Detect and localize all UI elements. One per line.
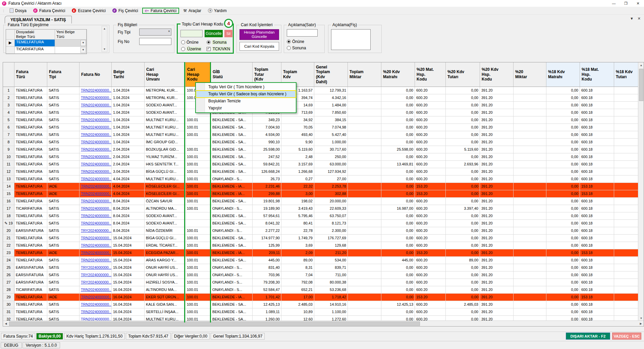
menu-fis-cevirici[interactable]: F Fiş Çevirici — [110, 8, 141, 14]
cell-turu[interactable]: TEMELFATURA — [14, 146, 47, 153]
cell-turu[interactable]: TEMELFATURA — [14, 183, 47, 190]
cell-unvan[interactable]: ALTINORDU MA... — [145, 205, 185, 212]
cell-kh20[interactable]: 391.20 — [480, 308, 514, 316]
cell-genel[interactable]: 53.236,68 — [314, 286, 348, 294]
cell-mik20[interactable] — [514, 176, 546, 183]
radio-checked-icon[interactable] — [287, 40, 291, 44]
cell-h20[interactable]: 600.20 — [415, 124, 446, 131]
invoice-link[interactable]: TRN2024000000... — [79, 220, 112, 227]
cell-statu[interactable]: BEKLEMEDE - SA... — [211, 146, 253, 153]
cell-mik20[interactable] — [514, 264, 546, 271]
cell-turu[interactable]: TEMELFATURA — [14, 168, 47, 176]
cell-miktar[interactable] — [348, 242, 381, 249]
cell-h20[interactable]: 600.20 — [415, 161, 446, 168]
menu-dosya[interactable]: Dosya — [7, 8, 29, 14]
cell-tutar[interactable]: 4.934,00 — [253, 131, 281, 139]
cell-kh20[interactable]: 391.20 — [480, 286, 514, 294]
invoice-link[interactable]: TRN2024000000... — [79, 131, 112, 139]
cell-m20[interactable]: 25.598,00 — [381, 146, 415, 153]
cell-genel[interactable]: 5.427,40 — [314, 131, 348, 139]
cell-tipi[interactable]: SATIS — [47, 205, 79, 212]
cell-h18[interactable]: 600.18 — [580, 257, 614, 264]
cell-mik20[interactable] — [514, 124, 546, 131]
cell-tutar[interactable]: 52.584,47 — [253, 286, 281, 294]
cell-m18[interactable]: 0,00 — [546, 176, 580, 183]
radio-checked-icon[interactable] — [207, 40, 211, 44]
cell-h20[interactable]: 600.20 — [415, 308, 446, 316]
invoice-link[interactable]: TRN2024000000... — [79, 235, 112, 242]
cell-genel[interactable]: 176.727,69 — [314, 235, 348, 242]
column-header-kh20[interactable]: %20 Kdv Hsp. Kodu — [480, 62, 514, 87]
cell-kdv[interactable]: 8,31 — [281, 264, 314, 271]
sil-button[interactable]: Sil — [224, 30, 232, 37]
cell-mik20[interactable] — [514, 212, 546, 220]
cell-m18[interactable]: 0,00 — [546, 271, 580, 279]
mapping-cell-belge-turu[interactable]: TICARIFATURA — [15, 47, 55, 54]
cell-tipi[interactable]: SATIS — [47, 257, 79, 264]
cell-kh20[interactable]: 391.20 — [480, 205, 514, 212]
horizontal-scroll-thumb[interactable] — [9, 321, 420, 326]
cell-mik20[interactable] — [514, 161, 546, 168]
cell-genel[interactable]: 1.484,00 — [314, 102, 348, 109]
cell-mik20[interactable] — [514, 131, 546, 139]
cell-t20[interactable]: 0,00 — [446, 109, 480, 116]
cell-t20[interactable]: 0,00 — [446, 279, 480, 286]
cell-tutar[interactable]: 26,73 — [253, 176, 281, 183]
cell-kodu[interactable]: 100.01 — [185, 308, 211, 316]
aciklama-satir-input[interactable] — [287, 29, 318, 37]
mapping-cell-yeni-turu-combo[interactable]: ▼ — [55, 40, 87, 47]
cell-h20[interactable]: 600.20 — [415, 235, 446, 242]
cell-m20[interactable]: 0,00 — [381, 131, 415, 139]
column-header-miktar[interactable]: Toplam Miktar — [348, 62, 381, 87]
cell-n[interactable]: 31 — [3, 308, 14, 316]
cell-n[interactable]: 28 — [3, 286, 14, 294]
cell-tutar[interactable]: 7.004,93 — [253, 124, 281, 131]
cell-turu[interactable]: TEMELFATURA — [14, 131, 47, 139]
cell-kdv[interactable]: 70,05 — [281, 124, 314, 131]
cell-m20[interactable]: 0,00 — [381, 308, 415, 316]
cell-h20[interactable]: 600.20 — [415, 264, 446, 271]
cell-tipi[interactable]: SATIS — [47, 235, 79, 242]
cell-t20[interactable]: 3.397,40 — [446, 205, 480, 212]
cell-turu[interactable]: TEMELFATURA — [14, 94, 47, 102]
cell-kdv[interactable]: 5.119,60 — [281, 146, 314, 153]
cell-m20[interactable]: 0,00 — [381, 139, 415, 146]
scroll-up-icon[interactable]: ▲ — [102, 26, 107, 31]
cell-tarih[interactable]: 3.04.2024 — [112, 168, 145, 176]
invoice-link[interactable]: TRN2024000000... — [79, 161, 112, 168]
cell-h18[interactable]: 600.18 — [580, 153, 614, 161]
cell-mik20[interactable] — [514, 87, 546, 94]
invoice-link[interactable]: TRN2024000000... — [79, 146, 112, 153]
cell-turu[interactable]: TEMELFATURA — [14, 116, 47, 124]
cell-kdv[interactable]: 2,09 — [281, 249, 314, 257]
cell-miktar[interactable] — [348, 205, 381, 212]
column-header-genel[interactable]: Genel Toplam (Kdv Dahil) — [314, 62, 348, 87]
cell-tarih[interactable]: 16.04.2024 — [112, 294, 145, 301]
cell-statu[interactable]: BEKLEMEDE - SA... — [211, 242, 253, 249]
cell-tutar[interactable]: 299,88 — [253, 190, 281, 198]
cell-m20[interactable]: 0,00 — [381, 116, 415, 124]
cell-tutar[interactable]: 703,96 — [253, 271, 281, 279]
cell-kh20[interactable]: 391.20 — [480, 198, 514, 205]
cell-t18[interactable] — [614, 301, 639, 308]
radio-icon[interactable] — [287, 46, 291, 50]
cell-t18[interactable] — [614, 227, 639, 235]
cell-genel[interactable]: 7.074,98 — [314, 124, 348, 131]
cell-n[interactable]: 13 — [3, 176, 14, 183]
cell-miktar[interactable] — [348, 212, 381, 220]
cell-kodu[interactable]: 100.01 — [185, 153, 211, 161]
cell-kodu[interactable]: 100.01 — [185, 301, 211, 308]
cell-tipi[interactable]: IADE — [47, 294, 79, 301]
cell-t18[interactable] — [614, 212, 639, 220]
cell-h18[interactable]: 600.18 — [580, 205, 614, 212]
cell-unvan[interactable]: BİGA GÜÇLÜ GI... — [145, 168, 185, 176]
column-header-tarih[interactable]: Belge Tarihi — [112, 62, 145, 87]
cell-tarih[interactable]: 2.04.2024 — [112, 146, 145, 153]
cell-tarih[interactable]: 1.04.2024 — [112, 124, 145, 131]
cell-miktar[interactable] — [348, 271, 381, 279]
cell-m18[interactable]: 0,00 — [546, 168, 580, 176]
column-header-mik20[interactable]: %20 Miktar — [514, 62, 546, 87]
cell-kdv[interactable]: 22,32 — [281, 183, 314, 190]
cell-t18[interactable] — [614, 198, 639, 205]
column-header-tipi[interactable]: Fatura Tipi — [47, 62, 79, 87]
